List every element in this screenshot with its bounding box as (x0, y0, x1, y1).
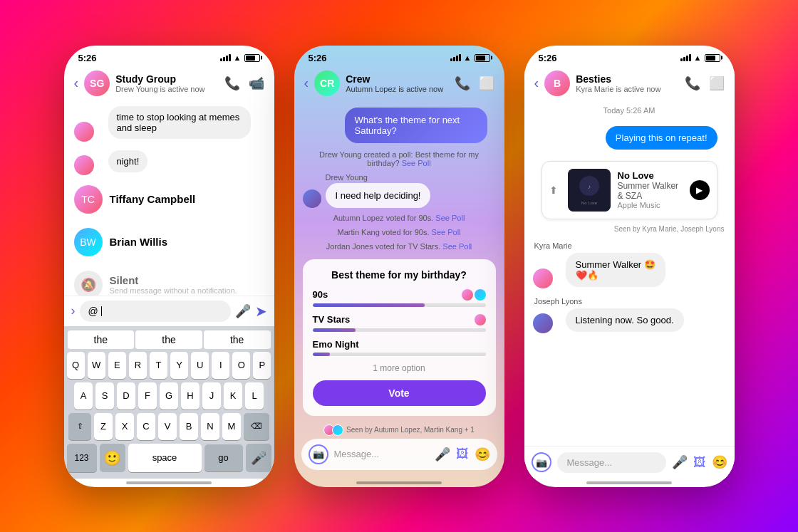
poll-option-label-90s: 90s (313, 289, 486, 301)
message-row-1: time to stop looking at memes and sleep (74, 103, 264, 142)
contact-name-brian: Brian Willis (110, 236, 168, 248)
photo-icon-2[interactable]: 🖼 (456, 447, 469, 461)
outgoing-row: What's the theme for next Saturday? (303, 105, 496, 146)
music-card: ⬆ ♪ No Love No Love Summer Walker & SZA (542, 161, 717, 219)
contact-item-silent[interactable]: 🔕 Silent Send message without a notifica… (64, 264, 274, 296)
emoji-icon-3[interactable]: 😊 (712, 454, 727, 470)
key-K[interactable]: K (224, 382, 242, 410)
key-O[interactable]: O (232, 352, 250, 379)
key-G[interactable]: G (160, 382, 178, 410)
joseph-label: Joseph Lyons (534, 297, 725, 306)
contact-avatar-brian: BW (74, 228, 103, 256)
call-button-2[interactable]: 📞 (455, 75, 470, 91)
suggestion-3[interactable]: the (204, 330, 271, 349)
phone-1: 5:26 ▲ ‹ SG Study Group Drew Young is ac… (64, 46, 274, 487)
seen-msg-3: Seen by Kyra Marie, Joseph Lyons (534, 225, 725, 233)
svg-text:No Love: No Love (581, 201, 597, 205)
drew-name-label: Drew Young (326, 173, 431, 182)
joseph-avatar (533, 313, 553, 333)
key-shift[interactable]: ⇧ (68, 413, 91, 440)
message-input-3[interactable]: Message... (557, 452, 666, 473)
bottom-bar-3: 📷 Message... 🎤 🖼 😊 (524, 446, 735, 479)
video-button-3[interactable]: ⬜ (709, 75, 725, 91)
more-option: 1 more option (313, 363, 486, 373)
contact-item-tiffany[interactable]: TC Tiffany Campbell (64, 178, 274, 221)
poll-option-label-emo: Emo Night (313, 339, 486, 350)
key-U[interactable]: U (191, 352, 209, 379)
system-msg-4: Jordan Jones voted for TV Stars. See Pol… (294, 242, 504, 251)
key-W[interactable]: W (88, 352, 105, 379)
photo-icon-3[interactable]: 🖼 (693, 455, 706, 470)
suggestion-2[interactable]: the (135, 330, 202, 349)
vote-button[interactable]: Vote (313, 380, 486, 406)
key-space[interactable]: space (128, 444, 202, 472)
mic-icon-3[interactable]: 🎤 (672, 454, 688, 470)
key-D[interactable]: D (117, 382, 135, 410)
key-F[interactable]: F (138, 382, 157, 410)
kyra-avatar (533, 268, 553, 288)
battery-icon-1 (244, 54, 260, 62)
key-Z[interactable]: Z (94, 413, 113, 440)
status-icons-3: ▲ (680, 53, 720, 62)
key-H[interactable]: H (181, 382, 200, 410)
key-go[interactable]: go (204, 444, 243, 471)
poll-bar-fill-emo (313, 353, 330, 356)
back-button-3[interactable]: ‹ (534, 75, 539, 91)
key-I[interactable]: I (212, 352, 229, 379)
key-N[interactable]: N (201, 413, 219, 440)
key-M[interactable]: M (222, 413, 241, 440)
system-msg-2: Autumn Lopez voted for 90s. See Poll (294, 214, 504, 222)
nav-info-2: Crew Autumn Lopez is active now (346, 73, 448, 93)
camera-button-3[interactable]: 📷 (532, 452, 551, 472)
contact-item-brian[interactable]: BW Brian Willis (64, 221, 274, 264)
key-P[interactable]: P (253, 352, 271, 379)
key-X[interactable]: X (115, 413, 134, 440)
camera-button-2[interactable]: 📷 (309, 444, 328, 464)
vote-avatars-tvstars (475, 314, 486, 325)
message-row-2: night! (74, 147, 264, 175)
music-play-button[interactable]: ▶ (690, 180, 710, 200)
message-input-2[interactable]: Message... (334, 449, 429, 459)
phone-3: 5:26 ▲ ‹ B Besties Kyra Marie is active … (524, 46, 735, 487)
call-button-3[interactable]: 📞 (685, 75, 700, 91)
poll-option-text-90s: 90s (313, 289, 328, 301)
phone2-content: What's the theme for next Saturday? Drew… (294, 100, 504, 479)
back-button-1[interactable]: ‹ (74, 75, 79, 91)
silent-name: Silent (110, 274, 237, 286)
voice-button-1[interactable]: 🎤 (235, 303, 251, 319)
sticker-icon-2[interactable]: 😊 (475, 447, 490, 462)
key-Y[interactable]: Y (170, 352, 188, 379)
key-A[interactable]: A (74, 382, 93, 410)
video-button-1[interactable]: 📹 (249, 75, 264, 91)
chat-title-3: Besties (576, 73, 678, 85)
key-C[interactable]: C (137, 413, 155, 440)
key-delete[interactable]: ⌫ (244, 413, 269, 440)
kyra-bubble: Summer Walker 🤩❤️🔥 (566, 253, 665, 287)
message-avatar-2 (74, 155, 94, 175)
key-B[interactable]: B (180, 413, 198, 440)
call-button-1[interactable]: 📞 (224, 75, 240, 91)
joseph-bubble: Listening now. So good. (566, 308, 684, 332)
key-mic[interactable]: 🎤 (246, 444, 271, 472)
key-L[interactable]: L (245, 382, 264, 410)
key-R[interactable]: R (129, 352, 147, 379)
poll-option-90s: 90s (313, 289, 486, 307)
key-T[interactable]: T (150, 352, 167, 379)
at-icon[interactable]: › (71, 303, 76, 318)
video-button-2[interactable]: ⬜ (479, 75, 494, 91)
send-button-1[interactable]: ➤ (255, 303, 267, 320)
key-123[interactable]: 123 (67, 444, 97, 472)
mic-icon-2[interactable]: 🎤 (435, 447, 450, 462)
suggestion-1[interactable]: the (68, 330, 135, 349)
key-V[interactable]: V (158, 413, 177, 440)
key-emoji[interactable]: 🙂 (100, 444, 125, 472)
poll-option-text-tvstars: TV Stars (313, 314, 351, 325)
vote-avatar-2 (475, 289, 486, 301)
back-button-2[interactable]: ‹ (304, 75, 309, 91)
phones-container: 5:26 ▲ ‹ SG Study Group Drew Young is ac… (50, 31, 749, 501)
key-Q[interactable]: Q (67, 352, 85, 379)
input-field-1[interactable]: @ (80, 301, 231, 322)
key-J[interactable]: J (202, 382, 221, 410)
key-E[interactable]: E (108, 352, 126, 379)
key-S[interactable]: S (95, 382, 114, 410)
